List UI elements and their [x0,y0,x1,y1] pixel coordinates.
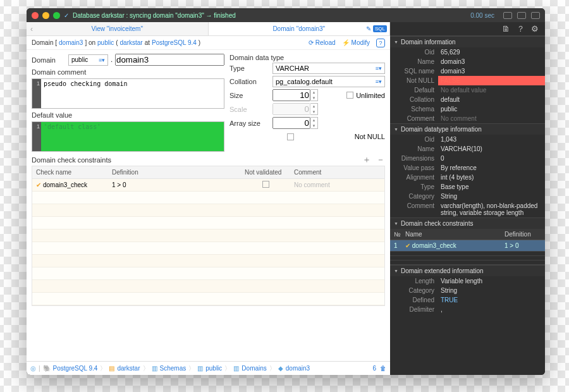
bc-db-link[interactable]: darkstar [120,39,143,46]
k: Schema [390,104,438,114]
constraints-header: Domain check constraints ＋－ [32,154,385,166]
v: String [438,286,545,295]
section-datatype-info[interactable]: Domain datatype information [390,124,545,135]
stepper[interactable]: ▲▼ [310,89,318,101]
stepper: ▲▼ [310,103,318,115]
section-extended-info[interactable]: Domain extended information [390,266,545,276]
comment-editor[interactable]: 1 pseudo checking domain [32,78,224,109]
type-combo[interactable]: VARCHAR≡▾ [272,63,385,74]
bc-text: ( [116,39,118,46]
bc-text: at [145,39,150,46]
section-check-constraints[interactable]: Domain check constraints [390,218,545,229]
domain-name-input[interactable] [115,54,224,66]
table-row [32,217,384,230]
k: Comment [390,114,438,123]
titlebar: ✓ Database darkstar : syncing domain "do… [27,8,545,22]
layout-bottom-icon[interactable] [517,12,526,19]
minimize-window-button[interactable] [42,12,49,19]
notvalidated-checkbox[interactable] [262,181,269,188]
table-row [32,192,384,204]
page-icon[interactable]: 🗎 [502,24,510,34]
bc-item[interactable]: darkstar [117,365,140,372]
line-gutter: 1 [32,122,41,151]
remove-constraint-button[interactable]: － [376,154,385,166]
default-editor[interactable]: 1 'default class' [32,121,224,152]
k: Alignment [390,173,438,182]
zoom-window-button[interactable] [53,12,60,19]
cell: domain3_check [412,242,456,249]
layout-left-icon[interactable] [503,12,512,19]
v: By reference [438,163,545,173]
cell-comment: No comment [290,181,384,188]
table-row [32,204,384,217]
sql-toggle[interactable]: SQL [373,25,387,32]
notnull-checkbox[interactable] [287,133,294,140]
dropdown-icon: ≡▾ [376,78,382,85]
k: Category [390,286,438,295]
bc-conn-link[interactable]: PostgreSQL 9.4 [152,39,197,46]
v: , [438,305,545,314]
k: Oid [390,47,438,57]
layout-right-icon[interactable] [531,12,540,19]
close-window-button[interactable] [32,12,39,19]
bc-schema-link[interactable]: public [97,39,114,46]
trash-icon[interactable]: 🗑 [380,365,386,372]
bc-text: Domain [ [32,39,57,46]
stepper[interactable]: ▲▼ [310,117,318,129]
default-label: Default value [32,111,224,119]
schema-icon: ▥ [197,365,203,372]
cell-def: 1 > 0 [108,181,241,188]
table-row[interactable]: 1 ✔ domain3_check 1 > 0 [390,240,545,252]
k: Name [390,57,438,66]
bc-item[interactable]: Schemas [160,365,187,372]
edit-icon[interactable]: ✎ [366,25,371,32]
home-icon[interactable]: ◎ [30,365,36,372]
tab-domain3[interactable]: Domain "domain3" ✎ SQL [209,22,391,35]
bc-item[interactable]: public [205,365,222,372]
col-def: Definition [108,169,241,176]
section-domain-info[interactable]: Domain information [390,37,545,47]
notnull-label: Not NULL [355,133,385,140]
help-button[interactable]: ? [376,39,385,47]
arraysize-input[interactable] [272,117,310,129]
add-constraint-button[interactable]: ＋ [362,154,371,166]
bc-item[interactable]: domain3 [286,365,310,372]
table-row [32,230,384,242]
folder-icon: ▥ [233,365,239,372]
object-breadcrumb: Domain [ domain3 ] on public ( darkstar … [27,36,390,50]
collation-combo[interactable]: pg_catalog.default≡▾ [272,76,385,87]
check-icon: ✓ [64,12,69,19]
col-notvalidated: Not validated [241,169,290,176]
bc-item[interactable]: Domains [242,365,266,372]
gear-icon[interactable]: ⚙ [531,24,539,34]
table-row[interactable]: ✔domain3_check 1 > 0 No comment [32,179,384,192]
schema-combo[interactable]: public≡▾ [68,54,108,66]
dot-separator: . [111,56,113,63]
k: Dimensions [390,154,438,163]
bc-domain-link[interactable]: domain3 [59,39,83,46]
help-icon[interactable]: ？ [517,23,525,35]
col-def: Definition [501,229,545,240]
modify-button[interactable]: ⚡Modify [342,39,370,46]
size-input[interactable] [272,89,310,101]
comment-text: pseudo checking domain [41,79,224,108]
k: Comment [390,201,438,217]
table-row [390,256,545,260]
col-name: Check name [32,169,108,176]
k: Collation [390,95,438,104]
chevron-left-icon: ‹ [30,25,33,34]
line-gutter: 1 [32,79,41,108]
cell: 1 > 0 [501,240,545,251]
unlimited-checkbox[interactable] [346,92,353,99]
tab-invoiceitem[interactable]: ‹ View "invoiceitem" [27,22,209,35]
v: Base type [438,182,545,192]
table-row [32,255,384,267]
dropdown-icon: ≡▾ [376,65,382,71]
app-window: ✓ Database darkstar : syncing domain "do… [27,8,545,375]
bc-item[interactable]: PostgreSQL 9.4 [53,365,98,372]
cell-name: domain3_check [43,181,87,188]
v: String [438,192,545,201]
combo-value: pg_catalog.default [276,78,333,85]
inspector-toolbar: 🗎 ？ ⚙ [390,22,545,36]
reload-button[interactable]: ⟳Reload [309,39,336,46]
